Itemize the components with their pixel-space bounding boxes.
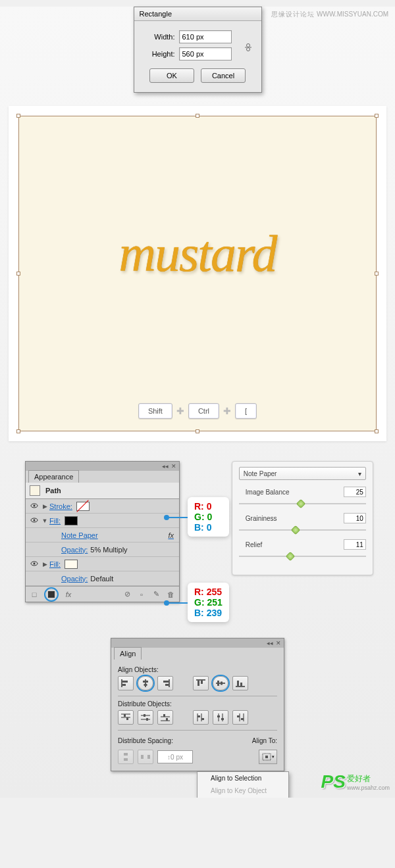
chevron-down-icon: ▾ xyxy=(358,470,361,477)
distribute-left-button[interactable] xyxy=(193,710,209,725)
opacity-value: Default xyxy=(90,575,113,583)
align-left-button[interactable] xyxy=(118,676,134,690)
ps-logo: PS 爱好者 www.psahz.com xyxy=(321,771,390,792)
selection-handle[interactable] xyxy=(375,272,379,276)
selection-handle[interactable] xyxy=(196,114,199,118)
svg-rect-27 xyxy=(237,681,239,686)
note-paper-effect[interactable]: Note Paper xyxy=(61,531,98,539)
align-hcenter-button[interactable] xyxy=(138,676,153,690)
artboard[interactable]: mustard Shift ✚ Ctrl ✚ [ xyxy=(18,116,377,431)
key-shift: Shift xyxy=(138,403,172,419)
distribute-right-button[interactable] xyxy=(232,710,248,725)
close-icon[interactable]: ✕ xyxy=(276,640,281,646)
svg-rect-16 xyxy=(144,684,147,686)
distribute-hcenter-button[interactable] xyxy=(213,710,228,725)
visibility-icon[interactable] xyxy=(28,502,40,511)
menu-align-key-object: Align to Key Object xyxy=(198,784,288,797)
svg-rect-24 xyxy=(217,681,219,686)
distribute-vcenter-button[interactable] xyxy=(138,710,153,725)
graininess-input[interactable] xyxy=(344,513,366,523)
fill-stroke-icon[interactable] xyxy=(44,587,59,602)
appearance-panel: ◂◂ ✕ Appearance Path ▶ Stroke: ▼ Fill: xyxy=(25,461,180,602)
svg-rect-31 xyxy=(124,714,126,717)
fill-link[interactable]: Fill: xyxy=(49,517,61,525)
cancel-button[interactable]: Cancel xyxy=(201,68,246,83)
no-fill-icon[interactable]: □ xyxy=(30,590,39,599)
svg-rect-51 xyxy=(237,715,240,717)
expand-icon[interactable]: ▶ xyxy=(40,503,49,510)
tab-align[interactable]: Align xyxy=(114,647,142,660)
stroke-swatch[interactable] xyxy=(76,502,90,511)
svg-point-0 xyxy=(246,44,250,47)
image-balance-slider[interactable] xyxy=(239,500,366,508)
svg-rect-58 xyxy=(265,756,268,758)
selection-handle[interactable] xyxy=(16,429,20,433)
svg-point-5 xyxy=(34,504,36,506)
selection-handle[interactable] xyxy=(196,429,199,433)
expand-icon[interactable]: ▶ xyxy=(40,561,49,567)
tab-appearance[interactable]: Appearance xyxy=(28,470,79,483)
menu-align-selection[interactable]: Align to Selection xyxy=(198,772,288,784)
width-label: Width: xyxy=(144,33,175,41)
svg-point-1 xyxy=(246,48,250,51)
relief-slider[interactable] xyxy=(239,552,366,560)
distribute-hspacing-button[interactable] xyxy=(138,750,153,764)
note-paper-filter: Note Paper▾ Image Balance Graininess Rel… xyxy=(232,461,373,575)
path-label: Path xyxy=(45,487,61,494)
align-bottom-button[interactable] xyxy=(232,676,248,690)
align-top-button[interactable] xyxy=(193,676,209,690)
collapse-icon[interactable]: ◂◂ xyxy=(162,463,169,470)
ok-button[interactable]: OK xyxy=(149,68,194,83)
constrain-icon[interactable] xyxy=(243,42,253,53)
svg-rect-55 xyxy=(141,755,144,759)
opacity-link[interactable]: Opacity: xyxy=(61,575,88,583)
collapse-icon[interactable]: ▼ xyxy=(40,518,49,524)
selection-handle[interactable] xyxy=(375,429,379,433)
image-balance-input[interactable] xyxy=(344,487,366,497)
distribute-bottom-button[interactable] xyxy=(157,710,173,725)
trash-icon[interactable]: 🗑 xyxy=(166,590,175,599)
svg-rect-19 xyxy=(165,684,169,686)
svg-rect-13 xyxy=(122,684,126,686)
align-vcenter-button[interactable] xyxy=(213,676,228,690)
height-label: Height: xyxy=(144,50,175,58)
clear-icon[interactable]: ⊘ xyxy=(122,590,132,599)
fx-menu[interactable]: fx xyxy=(64,590,73,599)
height-input[interactable] xyxy=(179,47,232,60)
close-icon[interactable]: ✕ xyxy=(171,463,176,470)
width-input[interactable] xyxy=(179,30,232,43)
relief-input[interactable] xyxy=(344,539,366,550)
visibility-icon[interactable] xyxy=(28,560,40,569)
svg-rect-21 xyxy=(198,681,199,686)
svg-rect-39 xyxy=(163,714,165,717)
duplicate-icon[interactable]: ▫ xyxy=(137,590,146,599)
stroke-link[interactable]: Stroke: xyxy=(49,502,72,510)
collapse-icon[interactable]: ◂◂ xyxy=(267,640,273,646)
fill-link[interactable]: Fill: xyxy=(49,560,61,568)
align-to-button[interactable]: ▾ xyxy=(259,750,277,764)
selection-handle[interactable] xyxy=(375,114,379,118)
align-to-label: Align To: xyxy=(252,737,277,744)
selection-handle[interactable] xyxy=(16,272,20,276)
distribute-vspacing-button[interactable] xyxy=(118,750,134,764)
menu-align-artboard[interactable]: Align to Artboard xyxy=(198,797,288,798)
new-icon[interactable]: ✎ xyxy=(151,590,161,599)
artwork-text: mustard xyxy=(119,224,276,283)
visibility-icon[interactable] xyxy=(28,516,40,525)
spacing-input[interactable]: ↕ 0 px xyxy=(157,750,193,763)
opacity-link[interactable]: Opacity: xyxy=(61,546,88,554)
graininess-slider[interactable] xyxy=(239,526,366,534)
rectangle-dialog: Rectangle Width: Height: OK Cancel xyxy=(134,7,262,93)
svg-rect-56 xyxy=(147,755,150,759)
fill-swatch-cream[interactable] xyxy=(65,560,78,569)
filter-select[interactable]: Note Paper▾ xyxy=(239,467,366,480)
fill-swatch-black[interactable] xyxy=(65,516,78,525)
svg-rect-18 xyxy=(163,681,169,683)
keyboard-shortcut: Shift ✚ Ctrl ✚ [ xyxy=(138,403,257,419)
watermark: 思缘设计论坛 WWW.MISSYUAN.COM xyxy=(271,10,388,19)
distribute-top-button[interactable] xyxy=(118,710,134,725)
selection-handle[interactable] xyxy=(16,114,20,118)
svg-rect-53 xyxy=(124,753,128,756)
graininess-label: Graininess xyxy=(239,515,344,522)
align-right-button[interactable] xyxy=(157,676,173,690)
